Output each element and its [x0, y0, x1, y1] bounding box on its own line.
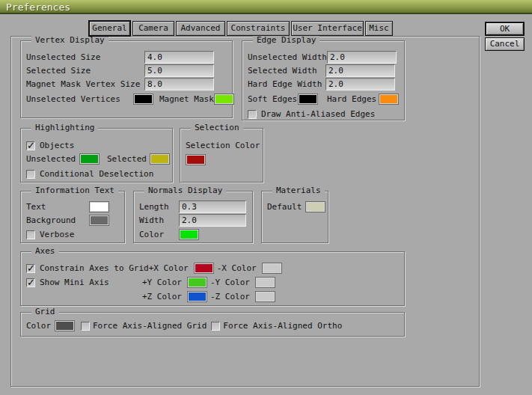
axis-color-label: +Z Color — [142, 292, 187, 301]
group-title-selection: Selection — [191, 123, 243, 133]
swatch-label: Unselected — [26, 154, 79, 164]
group-title-edge-display: Edge Display — [253, 35, 319, 46]
swatch-row: Default — [267, 200, 325, 213]
checkbox-row: Objects — [26, 139, 169, 152]
materials-default-color-swatch[interactable] — [305, 201, 325, 212]
tab-user-interface[interactable]: User Interface — [291, 21, 364, 36]
swatch-row: Color — [139, 228, 249, 241]
axes-row: Constrain Axes to Grid +X Color -X Color — [26, 262, 401, 275]
general-tab-panel: Vertex Display Unselected Size Selected … — [10, 36, 480, 387]
swatch-label: Unselected Vertices — [26, 94, 133, 104]
tab-misc[interactable]: Misc — [365, 21, 393, 36]
checkbox-row: Verbose — [26, 228, 121, 241]
normals-width-input[interactable] — [179, 214, 246, 227]
tab-advanced[interactable]: Advanced — [176, 21, 225, 36]
checkbox-label: Draw Anti-Aliased Edges — [261, 109, 375, 119]
ok-button[interactable]: OK — [485, 22, 525, 36]
magnet-mask-vertex-size-input[interactable] — [144, 78, 214, 91]
neg-z-color-swatch[interactable] — [255, 291, 275, 302]
checkbox-label: Show Mini Axis — [40, 278, 109, 287]
group-selection: Selection Selection Color — [180, 128, 263, 183]
field-row: Width — [139, 214, 249, 227]
conditional-deselection-checkbox[interactable] — [26, 170, 35, 179]
objects-checkbox[interactable] — [26, 141, 35, 150]
axis-color-label: -X Color — [217, 263, 262, 273]
force-axis-aligned-ortho-checkbox[interactable] — [211, 322, 220, 331]
checkbox-label: Conditional Deselection — [40, 169, 153, 179]
verbose-checkbox[interactable] — [26, 230, 35, 239]
checkbox-row: Draw Anti-Aliased Edges — [248, 108, 401, 120]
field-label: Unselected Width — [248, 52, 327, 62]
swatch-label: Color — [139, 230, 179, 239]
show-mini-axis-checkbox[interactable] — [26, 278, 35, 287]
pos-y-color-swatch[interactable] — [187, 277, 207, 288]
hard-edges-color-swatch[interactable] — [379, 94, 399, 105]
field-row: Selected Width — [248, 64, 401, 77]
pos-x-color-swatch[interactable] — [194, 263, 214, 274]
swatch-row: Unselected Vertices Magnet Mask — [26, 93, 229, 105]
group-title-vertex-display: Vertex Display — [31, 35, 108, 46]
window-title: Preferences — [6, 1, 70, 13]
tab-constraints[interactable]: Constraints — [227, 21, 290, 36]
grid-color-swatch[interactable] — [55, 320, 75, 331]
info-text-color-swatch[interactable] — [89, 201, 109, 212]
hard-edge-width-input[interactable] — [325, 78, 395, 91]
checkbox-label: Force Axis-Aligned Grid — [93, 321, 207, 331]
info-background-color-swatch[interactable] — [89, 215, 109, 226]
axis-color-label: +X Color — [149, 263, 194, 273]
checkbox-group: Show Mini Axis — [26, 278, 142, 287]
group-materials: Materials Default — [261, 191, 328, 243]
field-row: Length — [139, 200, 249, 213]
tab-camera[interactable]: Camera — [132, 21, 174, 36]
field-label: Length — [139, 202, 179, 212]
cancel-button[interactable]: Cancel — [485, 37, 525, 51]
tab-general[interactable]: General — [88, 20, 131, 37]
highlight-unselected-color-swatch[interactable] — [79, 153, 100, 165]
normals-length-input[interactable] — [179, 200, 246, 213]
pos-z-color-swatch[interactable] — [187, 291, 207, 302]
axes-row: Show Mini Axis +Y Color -Y Color — [26, 276, 401, 289]
neg-y-color-swatch[interactable] — [255, 277, 275, 288]
unselected-width-input[interactable] — [327, 51, 397, 64]
checkbox-label: Objects — [40, 141, 74, 150]
constrain-axes-to-grid-checkbox[interactable] — [26, 264, 35, 273]
field-label: Unselected Size — [26, 52, 144, 62]
group-title-information-text: Information Text — [31, 186, 118, 196]
swatch-label: Background — [26, 215, 89, 225]
window-titlebar[interactable]: Preferences — [0, 0, 532, 14]
unselected-vertices-color-swatch[interactable] — [133, 94, 153, 105]
force-axis-aligned-grid-checkbox[interactable] — [81, 322, 90, 331]
swatch-label: Soft Edges — [248, 94, 298, 104]
checkbox-label: Constrain Axes to Grid — [40, 263, 149, 273]
selection-color-label: Selection Color — [186, 141, 260, 150]
checkbox-row: Conditional Deselection — [26, 168, 169, 180]
normals-color-swatch[interactable] — [179, 229, 199, 240]
group-vertex-display: Vertex Display Unselected Size Selected … — [20, 40, 233, 118]
field-label: Selected Size — [26, 66, 144, 76]
group-edge-display: Edge Display Unselected Width Selected W… — [242, 40, 405, 120]
grid-row: Color Force Axis-Aligned Grid Force Axis… — [26, 319, 401, 332]
group-information-text: Information Text Text Background Verbose — [20, 191, 125, 243]
magnet-mask-color-swatch[interactable] — [214, 94, 234, 105]
swatch-label: Color — [26, 321, 55, 331]
selection-color-swatch[interactable] — [186, 154, 206, 165]
group-grid: Grid Color Force Axis-Aligned Grid Force… — [20, 312, 405, 337]
neg-x-color-swatch[interactable] — [262, 263, 282, 274]
field-row: Selected Size — [26, 64, 229, 77]
selected-width-input[interactable] — [325, 64, 395, 77]
soft-edges-color-swatch[interactable] — [298, 94, 318, 105]
axes-row: +Z Color -Z Color — [26, 290, 401, 303]
unselected-size-input[interactable] — [144, 51, 214, 64]
swatch-row: Text — [26, 200, 121, 213]
swatch-label: Text — [26, 202, 89, 212]
group-title-highlighting: Highlighting — [31, 123, 98, 133]
swatch-row: Soft Edges Hard Edges — [248, 93, 401, 105]
swatch-label: Default — [267, 202, 305, 212]
checkbox-group: Constrain Axes to Grid — [26, 263, 149, 273]
checkbox-label: Force Axis-Aligned Ortho — [223, 321, 342, 331]
swatch-label: Selected — [107, 154, 150, 164]
field-row: Magnet Mask Vertex Size — [26, 78, 229, 91]
draw-anti-aliased-edges-checkbox[interactable] — [248, 110, 257, 119]
selected-size-input[interactable] — [144, 64, 214, 77]
highlight-selected-color-swatch[interactable] — [150, 153, 170, 165]
